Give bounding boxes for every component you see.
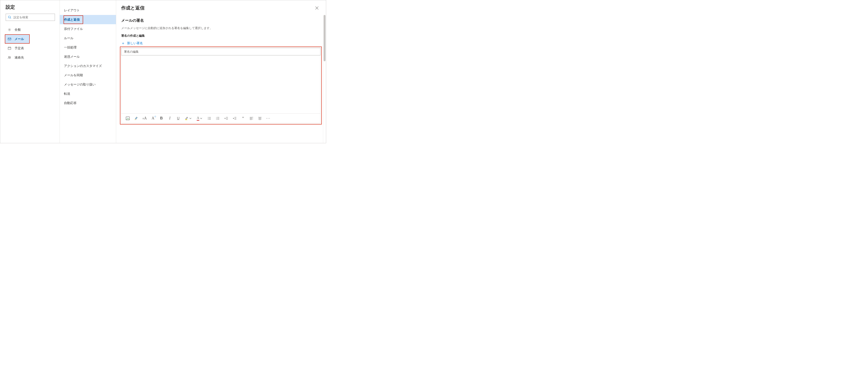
svg-rect-22: [208, 118, 208, 119]
underline-icon: U: [177, 116, 180, 120]
toolbar-fontcolor-button[interactable]: A: [194, 115, 205, 122]
subcategory-item-custom-actions[interactable]: アクションのカスタマイズ: [60, 61, 116, 70]
subcategory-item-compose-reply[interactable]: 作成と返信: [60, 15, 116, 24]
chevron-down-icon: [189, 117, 191, 120]
image-icon: [126, 116, 130, 120]
subcategory-item-autoreply[interactable]: 自動応答: [60, 98, 116, 108]
svg-rect-36: [235, 118, 236, 118]
subcategory-label: ルール: [64, 36, 73, 40]
svg-point-0: [8, 16, 10, 18]
toolbar-alignleft-button[interactable]: [248, 115, 255, 122]
search-input[interactable]: [13, 16, 53, 19]
subcategory-label: 一括処理: [64, 46, 76, 50]
toolbar-numbering-button[interactable]: 123: [214, 115, 222, 122]
toolbar-indent-button[interactable]: [231, 115, 239, 122]
svg-rect-24: [208, 119, 208, 120]
svg-rect-42: [258, 117, 261, 117]
svg-point-2: [9, 29, 10, 30]
svg-rect-33: [226, 118, 228, 118]
svg-rect-40: [250, 119, 253, 119]
more-icon: ···: [266, 116, 270, 120]
search-icon: [8, 16, 11, 19]
category-item-mail[interactable]: メール: [5, 34, 30, 44]
close-button[interactable]: [313, 4, 320, 11]
subcategory-item-junk[interactable]: 迷惑メール: [60, 52, 116, 61]
subcategory-item-forwarding[interactable]: 転送: [60, 89, 116, 98]
svg-rect-23: [209, 118, 211, 118]
svg-point-14: [10, 57, 11, 58]
font-size-icon: AA: [143, 116, 147, 120]
toolbar-bullets-button[interactable]: [206, 115, 213, 122]
clear-format-icon: A◇: [152, 116, 154, 120]
add-signature-label: 新しい署名: [127, 41, 143, 45]
add-signature-button[interactable]: ＋ 新しい署名: [121, 41, 320, 46]
align-center-icon: [258, 117, 262, 120]
close-icon: [315, 6, 318, 10]
subcategory-item-sync[interactable]: メールを同期: [60, 70, 116, 80]
signature-editor: AAA◇BIUA123”···: [121, 48, 320, 123]
toolbar-fontsize-button[interactable]: AA: [141, 115, 148, 122]
svg-rect-29: [217, 118, 219, 118]
italic-icon: I: [169, 116, 170, 120]
toolbar-aligncenter-button[interactable]: [256, 115, 264, 122]
category-label: 連絡先: [14, 56, 24, 60]
settings-window: 設定 全般メール予定表連絡先 レイアウト作成と返信添付ファイルルール一括処理迷惑…: [0, 0, 326, 143]
category-item-general[interactable]: 全般: [0, 25, 60, 34]
toolbar-highlight-button[interactable]: [183, 115, 193, 122]
subcategory-label: 自動応答: [64, 101, 76, 105]
category-label: 全般: [14, 28, 21, 32]
subcategory-sidebar: レイアウト作成と返信添付ファイルルール一括処理迷惑メールアクションのカスタマイズ…: [60, 0, 116, 143]
svg-rect-32: [226, 117, 228, 117]
toolbar-outdent-button[interactable]: [222, 115, 230, 122]
toolbar-clearformat-button[interactable]: A◇: [149, 115, 157, 122]
search-box[interactable]: [6, 14, 55, 21]
svg-text:3: 3: [216, 119, 217, 120]
subcategory-item-handling[interactable]: メッセージの取り扱い: [60, 80, 116, 89]
number-list-icon: 123: [216, 117, 220, 120]
svg-line-1: [10, 18, 11, 19]
highlight-icon: [185, 116, 189, 120]
editor-toolbar: AAA◇BIUA123”···: [121, 114, 320, 123]
format-painter-icon: [134, 116, 138, 120]
people-icon: [7, 56, 11, 59]
subcategory-item-sweep[interactable]: 一括処理: [60, 43, 116, 52]
subcategory-item-layout[interactable]: レイアウト: [60, 6, 116, 15]
subcategory-label: レイアウト: [64, 8, 80, 12]
page-title: 作成と返信: [121, 5, 145, 11]
svg-point-18: [127, 118, 127, 118]
chevron-down-icon: [199, 117, 202, 120]
subcategory-label: アクションのカスタマイズ: [64, 64, 102, 68]
category-item-people[interactable]: 連絡先: [0, 53, 60, 62]
plus-icon: ＋: [121, 41, 125, 46]
bold-icon: B: [160, 116, 163, 120]
toolbar-image-button[interactable]: [124, 115, 131, 122]
category-label: 予定表: [14, 46, 24, 50]
scrollbar-thumb[interactable]: [323, 15, 326, 61]
toolbar-more-button[interactable]: ···: [265, 115, 272, 122]
svg-rect-4: [8, 47, 11, 50]
toolbar-underline-button[interactable]: U: [175, 115, 182, 122]
toolbar-bold-button[interactable]: B: [158, 115, 165, 122]
calendar-icon: [7, 46, 11, 50]
toolbar-italic-button[interactable]: I: [166, 115, 174, 122]
toolbar-formatpaint-button[interactable]: [132, 115, 140, 122]
gear-icon: [7, 28, 11, 32]
toolbar-quote-button[interactable]: ”: [239, 115, 247, 122]
signature-heading: メールの署名: [121, 18, 320, 23]
signature-description: メールメッセージに自動的に追加される署名を編集して選択します。: [121, 26, 320, 30]
font-color-icon: A: [197, 116, 199, 121]
category-sidebar: 設定 全般メール予定表連絡先: [0, 0, 60, 143]
subcategory-label: 迷惑メール: [64, 55, 80, 59]
subcategory-item-attachments[interactable]: 添付ファイル: [60, 24, 116, 33]
mail-icon: [7, 37, 11, 41]
category-item-calendar[interactable]: 予定表: [0, 44, 60, 53]
scrollbar[interactable]: [323, 15, 326, 143]
signature-edit-label: 署名の作成と編集: [121, 34, 320, 38]
subcategory-label: 作成と返信: [64, 18, 80, 21]
signature-body-editor[interactable]: [121, 55, 320, 114]
subcategory-label: メールを同期: [64, 73, 83, 77]
signature-name-input[interactable]: [121, 48, 320, 55]
svg-rect-35: [235, 117, 236, 117]
category-label: メール: [14, 37, 24, 41]
subcategory-item-rules[interactable]: ルール: [60, 33, 116, 43]
